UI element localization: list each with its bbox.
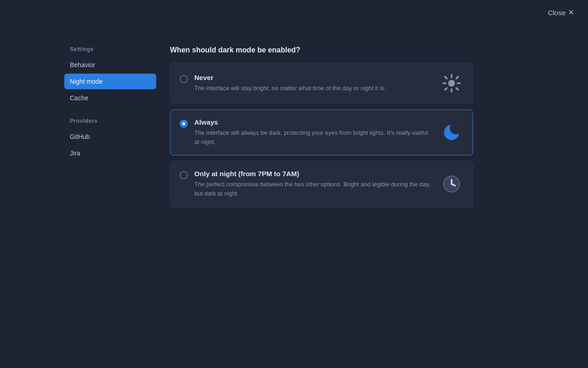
svg-line-7 <box>456 77 458 79</box>
sidebar-spacer <box>64 107 156 118</box>
close-label: Close <box>548 9 565 17</box>
sidebar-item-behavior[interactable]: Behavior <box>64 57 156 73</box>
option-night-only-left: Only at night (from 7PM to 7AM) The perf… <box>180 170 432 198</box>
sun-icon <box>440 71 464 95</box>
option-always-left: Always The interface will always be dark… <box>180 118 432 147</box>
app-layout: Settings Behavior Night mode Cache Provi… <box>0 0 588 213</box>
svg-line-6 <box>456 88 458 90</box>
option-night-only[interactable]: Only at night (from 7PM to 7AM) The perf… <box>170 161 473 207</box>
svg-point-0 <box>448 80 455 87</box>
radio-night-only[interactable] <box>180 171 188 179</box>
sidebar-item-jira[interactable]: Jira <box>64 145 156 161</box>
option-never-desc: The interface will stay bright, no matte… <box>194 84 432 93</box>
svg-line-8 <box>445 88 447 90</box>
settings-section-label: Settings <box>64 46 156 52</box>
clock-icon <box>440 172 464 196</box>
sidebar-item-night-mode[interactable]: Night mode <box>64 74 156 89</box>
close-button[interactable]: Close ✕ <box>548 8 574 17</box>
option-always-title: Always <box>194 118 432 126</box>
svg-line-5 <box>445 77 447 79</box>
option-always-text: Always The interface will always be dark… <box>194 118 432 147</box>
sidebar-item-cache[interactable]: Cache <box>64 90 156 106</box>
option-always-desc: The interface will always be dark, prote… <box>194 128 432 147</box>
option-night-only-title: Only at night (from 7PM to 7AM) <box>194 170 432 178</box>
sidebar-item-github[interactable]: GitHub <box>64 129 156 144</box>
section-question: When should dark mode be enabled? <box>170 46 473 54</box>
option-night-only-desc: The perfect compromise between the two o… <box>194 180 432 198</box>
providers-section-label: Providers <box>64 118 156 124</box>
close-icon: ✕ <box>568 8 574 17</box>
option-never-text: Never The interface will stay bright, no… <box>194 74 432 93</box>
option-always[interactable]: Always The interface will always be dark… <box>170 109 473 155</box>
option-night-only-text: Only at night (from 7PM to 7AM) The perf… <box>194 170 432 198</box>
main-content: When should dark mode be enabled? Never … <box>156 46 501 213</box>
option-never-title: Never <box>194 74 432 81</box>
moon-icon <box>440 121 464 144</box>
radio-always[interactable] <box>180 120 188 128</box>
option-never-left: Never The interface will stay bright, no… <box>180 74 432 93</box>
radio-never[interactable] <box>180 75 188 83</box>
sidebar: Settings Behavior Night mode Cache Provi… <box>64 46 156 213</box>
option-never[interactable]: Never The interface will stay bright, no… <box>170 63 473 104</box>
